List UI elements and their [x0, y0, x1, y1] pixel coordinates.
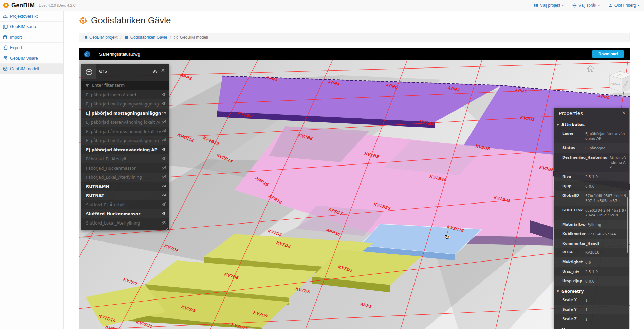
- layer-hidden-eye-off-icon[interactable]: [162, 220, 166, 226]
- layer-visible-eye-icon[interactable]: [162, 193, 166, 198]
- user-menu[interactable]: Olof Friberg ▾: [608, 3, 639, 8]
- layer-item[interactable]: Ej påbörjad återanvändning AP: [81, 145, 169, 154]
- layer-item[interactable]: Ej påbörjad mottagningsanläggning: [81, 99, 169, 109]
- property-row: StatusEj påbörjad: [554, 143, 629, 153]
- layer-item[interactable]: RUTNAT: [81, 191, 169, 200]
- list-icon: [83, 35, 88, 40]
- breadcrumb-godisfabriken[interactable]: Godisfabriken Gävle: [124, 35, 167, 40]
- panel-resize-handle[interactable]: [165, 226, 168, 230]
- layer-item-label: Ej påbörjad återanvändning lokalt kvarte…: [86, 129, 161, 134]
- breadcrumb: GeoBIM projekt / Godisfabriken Gävle / G…: [79, 33, 630, 42]
- caret-down-icon: ▾: [638, 4, 639, 7]
- properties-panel-close-icon[interactable]: ×: [622, 110, 626, 115]
- home-icon[interactable]: [587, 66, 594, 72]
- layer-hidden-eye-off-icon[interactable]: [162, 166, 166, 171]
- property-label: Status: [562, 146, 585, 150]
- grid-label: KV7D1: [267, 229, 283, 238]
- layer-visible-eye-icon[interactable]: [162, 147, 166, 153]
- property-row: Scale Z1: [554, 314, 629, 324]
- properties-section-header-misc[interactable]: ▼Misc: [554, 324, 629, 329]
- property-row: LagerEj påbörjad återanvändning AP: [554, 129, 629, 143]
- property-value: [601, 241, 627, 245]
- layer-item[interactable]: Slutförd_Ej_Återfyllt: [81, 200, 169, 209]
- cube-icon: [85, 68, 93, 76]
- project-flower-icon: [79, 16, 88, 25]
- sidebar-item-geobim-visare[interactable]: GeoBIM visare: [0, 53, 63, 64]
- layer-item[interactable]: Påbörjad_Huckenmassor: [81, 163, 169, 173]
- layer-item[interactable]: Slutförd_Lokal_Återfyllning: [81, 218, 169, 228]
- layer-visible-eye-icon[interactable]: [162, 184, 166, 189]
- viewcube[interactable]: TOP FRONT RIGHT: [610, 71, 630, 97]
- globe-icon: [572, 3, 577, 8]
- layer-item-label: Ej påbörjad mottagningsanlaggning Tra: [86, 138, 161, 143]
- property-row: Scale X1: [554, 295, 629, 305]
- sidebar-item-label: Export: [10, 45, 22, 50]
- top-navbar: GeoBIM Live: 4.2.0 (Dev: 4.2.0) Välj pro…: [0, 0, 644, 11]
- layers-panel-header[interactable]: ers ×: [81, 64, 169, 78]
- layer-hidden-eye-off-icon[interactable]: [162, 156, 166, 162]
- layers-panel-drag-handle[interactable]: [81, 64, 96, 79]
- layer-item[interactable]: Slutförd_Huckenmassor: [81, 209, 169, 218]
- layers-panel-close-icon[interactable]: ×: [161, 67, 165, 73]
- sidebar-item-import[interactable]: Import: [0, 32, 63, 43]
- sidebar-item-label: Projektöversikt: [10, 14, 38, 19]
- layer-item[interactable]: Påbörjad_Ej_Återfyll: [81, 154, 169, 163]
- properties-section-header-attributes[interactable]: ▼Attributes: [554, 119, 629, 129]
- layer-item-label: Påbörjad_Huckenmassor: [86, 166, 161, 171]
- layer-filter-input[interactable]: [92, 83, 160, 88]
- layer-item[interactable]: Ej påbörjad återanvändning lokalt AP: [81, 118, 169, 127]
- layer-hidden-eye-off-icon[interactable]: [162, 120, 166, 125]
- layer-hidden-eye-off-icon[interactable]: [162, 129, 166, 134]
- layer-item-label: Ej påbörjad ingen åtgärd: [86, 93, 161, 97]
- property-row: Ursp_djup0-0.6: [554, 276, 629, 286]
- property-value: 0-0.6: [585, 184, 627, 189]
- property-label: Kubikmeter: [562, 232, 588, 236]
- property-value: Ej påbörjad: [585, 146, 627, 150]
- app-logo[interactable]: GeoBIM: [0, 2, 35, 9]
- select-language-menu[interactable]: Välj språk ▾: [572, 3, 600, 8]
- layer-hidden-eye-off-icon[interactable]: [162, 175, 166, 180]
- section-name: Geometry: [561, 289, 584, 294]
- layer-visible-eye-icon[interactable]: [162, 211, 166, 217]
- viewcube-front-label[interactable]: FRONT: [611, 83, 620, 86]
- property-value: 2.5-1.9: [585, 174, 627, 179]
- dashboard-icon: [3, 14, 8, 19]
- download-button[interactable]: Download: [592, 50, 624, 58]
- property-row: Ursp_niv2.5-1.9: [554, 267, 629, 276]
- sidebar-item-label: GeoBIM modell: [10, 66, 39, 71]
- layer-item-label: Ej påbörjad återanvändning lokalt AP: [86, 120, 161, 125]
- logo-dot-icon: [3, 3, 9, 8]
- sidebar-item-label: GeoBIM karta: [10, 24, 36, 29]
- sidebar: Projektöversikt GeoBIM karta Import Expo…: [0, 11, 64, 329]
- layer-item[interactable]: Ej påbörjad mottagningsanlaggning Tra: [81, 136, 169, 145]
- properties-section-header-geometry[interactable]: ▼Geometry: [554, 286, 629, 295]
- layer-visible-eye-icon[interactable]: [162, 111, 166, 116]
- sidebar-item-geobim-modell[interactable]: GeoBIM modell: [0, 64, 63, 74]
- layer-hidden-eye-off-icon[interactable]: [162, 202, 166, 208]
- layer-item[interactable]: Ej påbörjad mottagningsanläggning FA: [81, 109, 169, 118]
- version-label: Live: 4.2.0 (Dev: 4.2.0): [39, 3, 76, 7]
- sidebar-item-geobim-karta[interactable]: GeoBIM karta: [0, 22, 63, 32]
- property-row: Scale Y1: [554, 305, 629, 314]
- toggle-all-layers-eye-icon[interactable]: [152, 68, 158, 75]
- viewer-canvas[interactable]: APR2APR3APR4APR6APR8APR7APR9KV2B7KV2B1KV…: [79, 60, 630, 329]
- properties-scrollbar[interactable]: [627, 197, 628, 253]
- breadcrumb-label: Godisfabriken Gävle: [130, 35, 167, 40]
- breadcrumb-geobim-projekt[interactable]: GeoBIM projekt: [83, 35, 117, 40]
- property-label: Niva: [562, 174, 585, 179]
- breadcrumb-label: GeoBIM projekt: [89, 35, 117, 40]
- property-value: 1: [585, 307, 627, 312]
- layer-item[interactable]: RUTNAMN: [81, 182, 169, 191]
- layer-item[interactable]: Ej påbörjad ingen åtgärd: [81, 90, 169, 99]
- sidebar-item-export[interactable]: Export: [0, 43, 63, 53]
- select-project-menu[interactable]: Välj projekt ▾: [534, 3, 564, 8]
- properties-panel-header[interactable]: Properties ×: [554, 108, 629, 119]
- property-row: Destinering_HanteringÅteranvändning AP: [554, 153, 629, 172]
- layer-hidden-eye-off-icon[interactable]: [162, 138, 166, 143]
- layer-item[interactable]: Ej påbörjad återanvändning lokalt kvarte…: [81, 127, 169, 136]
- sidebar-item-projektoversikt[interactable]: Projektöversikt: [0, 11, 63, 22]
- property-label: Materialtyp: [562, 222, 588, 227]
- layer-hidden-eye-off-icon[interactable]: [162, 101, 166, 107]
- layer-hidden-eye-off-icon[interactable]: [162, 92, 166, 98]
- layer-item[interactable]: Påbörjad_Lokal_Återfyllning: [81, 173, 169, 182]
